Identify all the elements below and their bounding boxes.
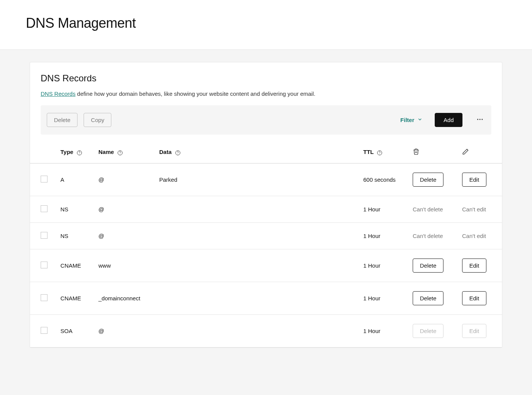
cell-type: A (57, 163, 95, 196)
col-delete-header (409, 141, 458, 163)
card-title: DNS Records (41, 73, 491, 84)
row-checkbox[interactable] (41, 176, 48, 182)
dns-records-link[interactable]: DNS Records (41, 90, 76, 97)
delete-button[interactable]: Delete (47, 113, 78, 127)
dns-records-table: Type Name Data (30, 141, 502, 347)
delete-row-button-disabled: Delete (413, 324, 443, 338)
cell-data (155, 315, 359, 347)
cell-data (155, 223, 359, 249)
card-description-text: define how your domain behaves, like sho… (76, 90, 315, 97)
col-ttl-header: TTL (359, 141, 409, 163)
cell-name: @ (95, 196, 155, 223)
card-description: DNS Records define how your domain behav… (41, 90, 491, 97)
cell-name: www (95, 249, 155, 282)
col-check-header (30, 141, 57, 163)
cell-data: Parked (155, 163, 359, 196)
cant-edit-text: Can't edit (462, 206, 486, 213)
cant-edit-text: Can't edit (462, 233, 486, 239)
help-icon[interactable] (175, 150, 181, 156)
cant-delete-text: Can't delete (413, 206, 443, 213)
cell-ttl: 1 Hour (359, 196, 409, 223)
content-wrap: DNS Records DNS Records define how your … (0, 50, 532, 371)
cell-name: _domainconnect (95, 282, 155, 315)
svg-point-0 (477, 119, 478, 120)
cell-data (155, 249, 359, 282)
cant-delete-text: Can't delete (413, 233, 443, 239)
cell-ttl: 1 Hour (359, 223, 409, 249)
copy-button[interactable]: Copy (84, 113, 111, 127)
row-checkbox[interactable] (41, 232, 48, 239)
cell-type: NS (57, 196, 95, 223)
row-checkbox[interactable] (41, 262, 48, 268)
col-name-header: Name (95, 141, 155, 163)
cell-ttl: 1 Hour (359, 282, 409, 315)
delete-row-button[interactable]: Delete (413, 173, 443, 187)
toolbar: Delete Copy Filter Add (41, 105, 491, 135)
edit-row-button[interactable]: Edit (462, 259, 486, 273)
edit-row-button-disabled: Edit (462, 324, 486, 338)
col-edit-header (458, 141, 502, 163)
dots-horizontal-icon (476, 116, 484, 124)
row-checkbox[interactable] (41, 205, 48, 212)
svg-point-8 (177, 154, 178, 154)
dns-records-card: DNS Records DNS Records define how your … (30, 62, 502, 348)
table-row: NS@1 HourCan't deleteCan't edit (30, 196, 502, 223)
cell-data (155, 196, 359, 223)
cell-name: @ (95, 315, 155, 347)
table-row: NS@1 HourCan't deleteCan't edit (30, 223, 502, 249)
filter-label: Filter (401, 117, 415, 123)
col-data-header: Data (155, 141, 359, 163)
cell-type: CNAME (57, 249, 95, 282)
edit-row-button[interactable]: Edit (462, 173, 486, 187)
filter-button[interactable]: Filter (401, 117, 423, 123)
help-icon[interactable] (377, 150, 383, 156)
table-row: CNAMEwww1 HourDeleteEdit (30, 249, 502, 282)
col-type-header: Type (57, 141, 95, 163)
cell-ttl: 1 Hour (359, 249, 409, 282)
pencil-icon (462, 150, 469, 156)
col-ttl-label: TTL (363, 149, 374, 155)
page-header: DNS Management (0, 0, 532, 50)
svg-point-6 (120, 154, 120, 154)
cell-type: SOA (57, 315, 95, 347)
svg-point-4 (79, 154, 80, 154)
help-icon[interactable] (117, 150, 123, 156)
delete-row-button[interactable]: Delete (413, 291, 443, 305)
table-row: SOA@1 HourDeleteEdit (30, 315, 502, 347)
cell-type: CNAME (57, 282, 95, 315)
edit-row-button[interactable]: Edit (462, 291, 486, 305)
row-checkbox[interactable] (41, 327, 48, 334)
add-button[interactable]: Add (435, 113, 462, 127)
svg-point-10 (380, 154, 380, 154)
trash-icon (413, 150, 420, 156)
delete-row-button[interactable]: Delete (413, 259, 443, 273)
cell-type: NS (57, 223, 95, 249)
cell-ttl: 1 Hour (359, 315, 409, 347)
col-type-label: Type (60, 149, 73, 155)
table-row: A@Parked600 secondsDeleteEdit (30, 163, 502, 196)
row-checkbox[interactable] (41, 294, 48, 301)
svg-point-1 (480, 119, 481, 120)
table-row: CNAME_domainconnect1 HourDeleteEdit (30, 282, 502, 315)
cell-name: @ (95, 223, 155, 249)
col-data-label: Data (159, 149, 172, 155)
page-title: DNS Management (26, 15, 506, 31)
svg-point-2 (481, 119, 483, 120)
col-name-label: Name (98, 149, 114, 155)
cell-data (155, 282, 359, 315)
help-icon[interactable] (76, 150, 82, 156)
more-menu-button[interactable] (475, 115, 485, 125)
chevron-down-icon (417, 117, 423, 123)
cell-ttl: 600 seconds (359, 163, 409, 196)
cell-name: @ (95, 163, 155, 196)
